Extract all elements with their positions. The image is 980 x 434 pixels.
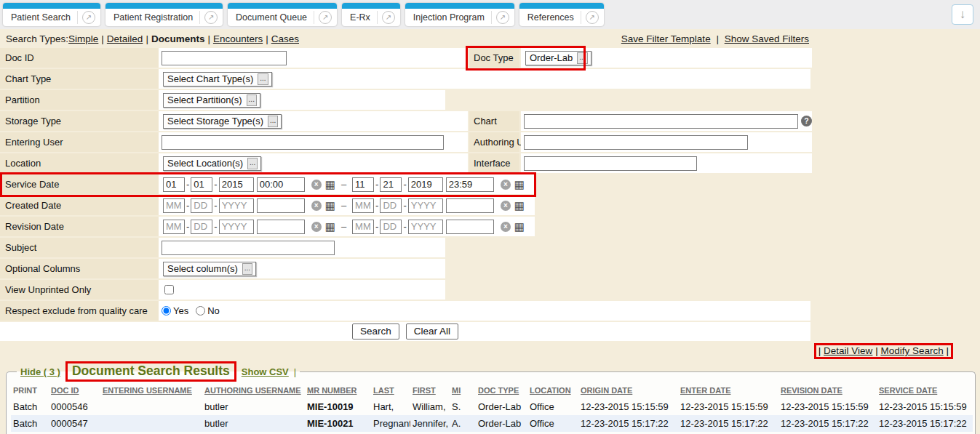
clear-date-icon[interactable]: × bbox=[501, 180, 511, 190]
detail-view-link[interactable]: Detail View bbox=[824, 345, 872, 356]
clear-date-icon[interactable]: × bbox=[311, 222, 322, 232]
calendar-icon[interactable]: ▦ bbox=[325, 200, 335, 211]
calendar-icon[interactable]: ▦ bbox=[514, 221, 525, 232]
modify-search-link[interactable]: Modify Search bbox=[880, 345, 943, 356]
chart-type-value: Select Chart Type(s) bbox=[167, 73, 253, 84]
doc-id-input[interactable] bbox=[162, 51, 287, 65]
tab-scroll-down-button[interactable]: ↓ bbox=[952, 4, 973, 25]
respect-radio-yes[interactable] bbox=[162, 306, 171, 316]
column-header-mr-number[interactable]: MR NUMBER bbox=[305, 383, 371, 398]
tab-patient-search[interactable]: Patient Search ↗ bbox=[3, 3, 100, 26]
popout-icon[interactable]: ↗ bbox=[496, 11, 509, 24]
revision-from-time-input[interactable] bbox=[257, 220, 305, 234]
column-header-service-date[interactable]: SERVICE DATE bbox=[877, 383, 973, 398]
column-header-mi[interactable]: MI bbox=[450, 383, 476, 398]
column-header-doc-id[interactable]: DOC ID bbox=[49, 383, 100, 398]
respect-radio-no[interactable] bbox=[196, 306, 205, 316]
created-from-month-input[interactable] bbox=[163, 198, 185, 213]
column-header-revision-date[interactable]: REVISION DATE bbox=[778, 383, 877, 398]
revision-to-day-input[interactable] bbox=[380, 220, 402, 234]
tab-label: E-Rx bbox=[350, 12, 370, 23]
clear-date-icon[interactable]: × bbox=[311, 180, 322, 190]
revision-from-day-input[interactable] bbox=[191, 220, 212, 234]
storage-type-select-button[interactable]: Select Storage Type(s) ... bbox=[163, 114, 282, 129]
popout-icon[interactable]: ↗ bbox=[204, 11, 218, 24]
created-from-year-input[interactable] bbox=[219, 198, 254, 213]
cell-doc-id: 0000546 bbox=[49, 398, 100, 415]
respect-no-label: No bbox=[207, 305, 220, 316]
tab-e-rx[interactable]: E-Rx ↗ bbox=[342, 3, 400, 26]
clear-date-icon[interactable]: × bbox=[501, 222, 511, 232]
save-filter-template-link[interactable]: Save Filter Template bbox=[621, 33, 711, 44]
created-to-year-input[interactable] bbox=[408, 198, 443, 213]
service-from-time-input[interactable] bbox=[257, 177, 305, 192]
revision-from-year-input[interactable] bbox=[219, 220, 254, 234]
hide-results-link[interactable]: Hide ( 3 ) bbox=[20, 366, 60, 377]
column-header-doc-type[interactable]: DOC TYPE bbox=[476, 383, 527, 398]
tab-divider bbox=[199, 11, 200, 24]
search-type-encounters[interactable]: Encounters bbox=[213, 33, 263, 44]
search-button[interactable]: Search bbox=[352, 324, 399, 339]
chart-type-label: Chart Type bbox=[0, 69, 159, 89]
help-icon[interactable]: ? bbox=[801, 116, 812, 126]
search-type-cases[interactable]: Cases bbox=[271, 33, 299, 44]
revision-to-month-input[interactable] bbox=[352, 220, 374, 234]
date-separator: - bbox=[375, 179, 378, 190]
popout-icon[interactable]: ↗ bbox=[586, 11, 599, 24]
service-to-month-input[interactable] bbox=[352, 177, 374, 192]
clear-all-button[interactable]: Clear All bbox=[406, 324, 458, 339]
column-header-origin-date[interactable]: ORIGIN DATE bbox=[578, 383, 678, 398]
location-select-button[interactable]: Select Location(s) ... bbox=[163, 156, 261, 171]
search-type-detailed[interactable]: Detailed bbox=[107, 33, 143, 44]
optional-columns-select-button[interactable]: Select column(s) ... bbox=[163, 262, 256, 276]
tab-references[interactable]: References ↗ bbox=[519, 3, 604, 26]
search-type-simple[interactable]: Simple bbox=[68, 33, 98, 44]
revision-to-time-input[interactable] bbox=[446, 220, 494, 234]
clear-date-icon[interactable]: × bbox=[311, 201, 322, 211]
popout-icon[interactable]: ↗ bbox=[319, 11, 332, 24]
chart-type-select-button[interactable]: Select Chart Type(s) ... bbox=[163, 72, 272, 87]
tab-injection-program[interactable]: Injection Program ↗ bbox=[405, 3, 514, 26]
service-from-day-input[interactable] bbox=[191, 177, 212, 192]
calendar-icon[interactable]: ▦ bbox=[514, 179, 525, 190]
calendar-icon[interactable]: ▦ bbox=[514, 200, 525, 211]
popout-icon[interactable]: ↗ bbox=[382, 11, 395, 24]
column-header-last[interactable]: LAST bbox=[371, 383, 410, 398]
service-to-time-input[interactable] bbox=[446, 177, 494, 192]
tab-divider bbox=[491, 11, 492, 24]
created-from-day-input[interactable] bbox=[191, 198, 212, 213]
authoring-user-input[interactable] bbox=[524, 135, 748, 150]
tab-document-queue[interactable]: Document Queue ↗ bbox=[228, 3, 337, 26]
created-from-time-input[interactable] bbox=[257, 198, 305, 213]
popout-icon[interactable]: ↗ bbox=[82, 11, 95, 24]
service-to-year-input[interactable] bbox=[408, 177, 443, 192]
column-header-entering-username[interactable]: ENTERING USERNAME bbox=[100, 383, 202, 398]
created-to-day-input[interactable] bbox=[380, 198, 402, 213]
calendar-icon[interactable]: ▦ bbox=[325, 179, 335, 190]
interface-input[interactable] bbox=[524, 156, 697, 171]
column-header-authoring-username[interactable]: AUTHORING USERNAME bbox=[202, 383, 305, 398]
entering-user-input[interactable] bbox=[162, 135, 444, 150]
show-csv-link[interactable]: Show CSV bbox=[242, 366, 289, 377]
created-to-time-input[interactable] bbox=[446, 198, 494, 213]
service-from-month-input[interactable] bbox=[163, 177, 185, 192]
doc-type-select-button[interactable]: Order-Lab ... bbox=[525, 51, 591, 65]
created-to-month-input[interactable] bbox=[352, 198, 374, 213]
search-type-documents[interactable]: Documents bbox=[151, 33, 205, 44]
show-saved-filters-link[interactable]: Show Saved Filters bbox=[725, 33, 809, 44]
partition-select-button[interactable]: Select Partition(s) ... bbox=[163, 93, 260, 108]
cell-authoring-username: butler bbox=[202, 398, 305, 415]
subject-input[interactable] bbox=[162, 241, 335, 255]
column-header-location[interactable]: LOCATION bbox=[527, 383, 578, 398]
revision-to-year-input[interactable] bbox=[408, 220, 443, 234]
view-unprinted-checkbox[interactable] bbox=[164, 285, 174, 294]
clear-date-icon[interactable]: × bbox=[501, 201, 511, 211]
column-header-first[interactable]: FIRST bbox=[410, 383, 450, 398]
service-from-year-input[interactable] bbox=[219, 177, 254, 192]
calendar-icon[interactable]: ▦ bbox=[325, 221, 335, 232]
column-header-enter-date[interactable]: ENTER DATE bbox=[678, 383, 778, 398]
tab-patient-registration[interactable]: Patient Registration ↗ bbox=[105, 3, 223, 26]
service-to-day-input[interactable] bbox=[380, 177, 402, 192]
chart-input[interactable] bbox=[524, 114, 798, 129]
revision-from-month-input[interactable] bbox=[163, 220, 185, 234]
